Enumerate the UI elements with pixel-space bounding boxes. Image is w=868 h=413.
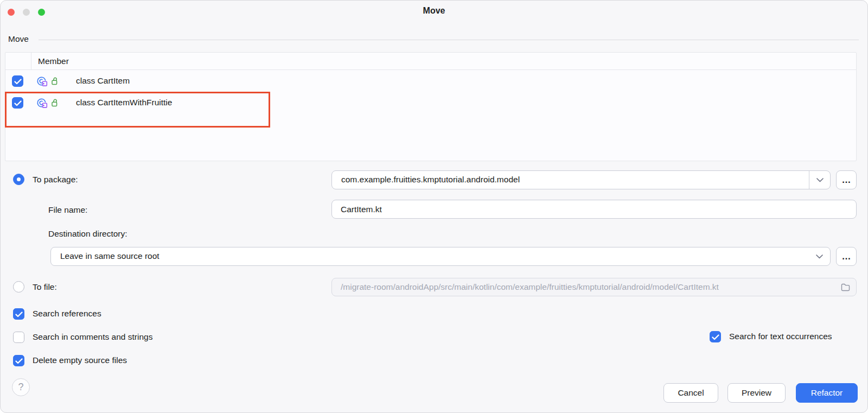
destination-directory-combobox[interactable]: Leave in same source root <box>50 247 831 266</box>
screenshot-stage: Move Move Member <box>0 0 868 413</box>
file-name-label: File name: <box>48 205 87 215</box>
to-file-input <box>332 278 856 296</box>
kotlin-class-icon <box>36 76 48 89</box>
delete-empty-checkbox[interactable] <box>13 355 24 366</box>
package-browse-button[interactable]: … <box>836 170 857 189</box>
group-title: Move <box>8 34 29 44</box>
destination-directory-value: Leave in same source root <box>60 251 806 261</box>
destination-directory-label: Destination directory: <box>48 229 127 239</box>
chevron-down-icon[interactable] <box>809 247 830 265</box>
to-file-label: To file: <box>33 282 57 292</box>
search-text-occurrences-checkbox[interactable] <box>710 331 721 342</box>
folder-icon <box>841 283 850 294</box>
search-text-occurrences-label: Search for text occurrences <box>729 332 832 341</box>
group-divider <box>39 40 859 40</box>
to-file-field-wrap <box>331 278 857 296</box>
member-column-header: Member <box>38 53 69 70</box>
file-name-field-wrap <box>331 200 857 219</box>
delete-empty-label: Delete empty source files <box>33 355 127 365</box>
refactor-button[interactable]: Refactor <box>796 383 858 403</box>
member-checkbox[interactable] <box>12 75 23 87</box>
search-comments-label: Search in comments and strings <box>33 332 152 342</box>
to-package-radio[interactable] <box>13 174 24 185</box>
to-package-label: To package: <box>33 175 78 185</box>
column-divider <box>31 53 31 69</box>
member-row-label: class CartItem <box>76 76 130 86</box>
preview-button[interactable]: Preview <box>727 383 786 403</box>
member-checkbox[interactable] <box>12 97 23 109</box>
search-references-label: Search references <box>33 309 101 319</box>
search-comments-checkbox[interactable] <box>13 332 24 343</box>
table-row[interactable]: class CartItemWithFruittie <box>5 92 856 114</box>
members-table-header: Member <box>5 53 856 70</box>
destination-browse-button[interactable]: … <box>836 247 857 266</box>
members-table: Member <box>5 52 857 161</box>
table-row[interactable]: class CartItem <box>5 71 856 92</box>
package-combobox-value: com.example.fruitties.kmptutorial.androi… <box>341 175 806 185</box>
help-button[interactable]: ? <box>12 378 30 396</box>
unlocked-icon <box>52 99 59 109</box>
package-combobox[interactable]: com.example.fruitties.kmptutorial.androi… <box>331 170 831 189</box>
window-title: Move <box>1 6 867 16</box>
file-name-input[interactable] <box>332 200 856 218</box>
cancel-button[interactable]: Cancel <box>663 383 718 403</box>
move-dialog-window: Move Move Member <box>0 0 868 413</box>
to-file-radio[interactable] <box>13 281 24 293</box>
member-row-label: class CartItemWithFruittie <box>76 98 172 107</box>
search-references-checkbox[interactable] <box>13 308 24 320</box>
unlocked-icon <box>52 77 59 87</box>
kotlin-class-icon <box>36 98 48 111</box>
chevron-down-icon[interactable] <box>809 171 830 189</box>
